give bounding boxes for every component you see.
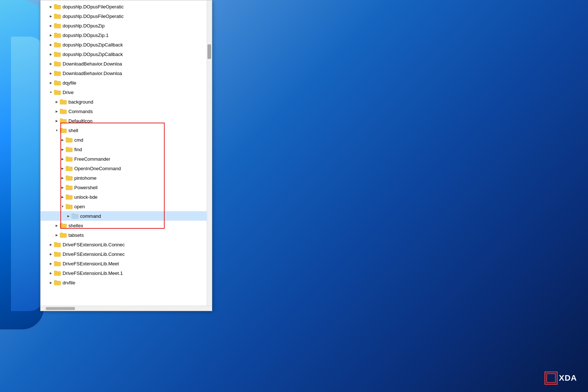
horizontal-scrollbar-thumb[interactable] [46, 307, 75, 310]
chevron-closed-icon[interactable] [60, 165, 65, 171]
tree-item-dopushlp5[interactable]: dopushlp.DOpusZipCallback [41, 40, 212, 49]
item-label: background [68, 99, 93, 105]
tree-item-dopushlp2[interactable]: dopushlp.DOpusFileOperatic [41, 11, 212, 21]
tree-item-dopushlp4[interactable]: dopushlp.DOpusZip.1 [41, 30, 212, 40]
tree-item-drivefsextmeet1[interactable]: DriveFSExtensionLib.Meet.1 [41, 268, 212, 278]
folder-icon [60, 118, 67, 124]
chevron-open-icon[interactable] [54, 127, 60, 133]
item-label: DriveFSExtensionLib.Connec [63, 251, 125, 257]
chevron-closed-icon[interactable] [60, 156, 65, 162]
item-label: tabsets [68, 232, 84, 238]
chevron-closed-icon[interactable] [60, 175, 65, 181]
tree-item-pintohome[interactable]: pintohome [41, 173, 212, 183]
tree-item-cmd[interactable]: cmd [41, 135, 212, 145]
tree-item-dopushlp6[interactable]: dopushlp.DOpusZipCallback [41, 49, 212, 59]
tree-item-commands[interactable]: Commands [41, 107, 212, 116]
chevron-closed-icon[interactable] [54, 223, 60, 228]
chevron-closed-icon[interactable] [54, 99, 60, 105]
tree-item-dqyfile[interactable]: dqyfile [41, 78, 212, 87]
folder-icon [54, 261, 61, 266]
chevron-closed-icon[interactable] [65, 213, 71, 219]
wallpaper-swirl-left2 [11, 37, 44, 311]
chevron-closed-icon[interactable] [60, 184, 65, 190]
folder-icon [65, 156, 73, 162]
folder-icon [54, 270, 61, 276]
tree-item-dopushlp3[interactable]: dopushlp.DOpusZip [41, 21, 212, 30]
xda-logo: XDA [544, 372, 577, 385]
chevron-closed-icon[interactable] [48, 51, 54, 57]
horizontal-scrollbar[interactable] [41, 306, 212, 311]
chevron-closed-icon[interactable] [54, 108, 60, 114]
chevron-closed-icon[interactable] [48, 13, 54, 19]
tree-panel[interactable]: dopushlp.DOpusFileOperatic dopushlp.DOpu… [41, 0, 212, 306]
tree-item-drivefsext2[interactable]: DriveFSExtensionLib.Connec [41, 249, 212, 259]
chevron-closed-icon[interactable] [48, 42, 54, 48]
svg-rect-1 [547, 374, 555, 382]
chevron-closed-icon[interactable] [60, 137, 65, 143]
tree-item-find[interactable]: find [41, 145, 212, 154]
folder-icon [54, 51, 61, 57]
tree-item-command[interactable]: command [41, 211, 212, 221]
chevron-closed-icon[interactable] [54, 232, 60, 238]
tree-item-download2[interactable]: DownloadBehavior.Downloa [41, 68, 212, 78]
chevron-closed-icon[interactable] [48, 4, 54, 10]
folder-icon [65, 175, 73, 181]
tree-item-drvfile[interactable]: drvfile [41, 278, 212, 287]
tree-item-defaulticon[interactable]: DefaultIcon [41, 116, 212, 126]
folder-icon [54, 4, 61, 10]
folder-icon [54, 280, 61, 285]
item-label: dopushlp.DOpusZipCallback [63, 42, 123, 48]
chevron-closed-icon[interactable] [48, 70, 54, 76]
tree-item-drivefsext1[interactable]: DriveFSExtensionLib.Connec [41, 240, 212, 249]
tree-item-unlockbde[interactable]: unlock-bde [41, 192, 212, 202]
chevron-closed-icon[interactable] [48, 261, 54, 266]
folder-icon [65, 184, 73, 190]
chevron-closed-icon[interactable] [48, 23, 54, 29]
item-label: DefaultIcon [68, 118, 93, 124]
vertical-scrollbar[interactable] [207, 0, 212, 306]
item-label: dopushlp.DOpusFileOperatic [63, 4, 124, 10]
tree-item-freecommander[interactable]: FreeCommander [41, 154, 212, 164]
chevron-open-icon[interactable] [48, 89, 54, 95]
chevron-closed-icon[interactable] [48, 251, 54, 257]
item-label: command [80, 213, 101, 219]
chevron-closed-icon[interactable] [54, 118, 60, 124]
item-label: shell [68, 128, 78, 133]
folder-icon [54, 242, 61, 247]
tree-item-background[interactable]: background [41, 97, 212, 107]
tree-item-open[interactable]: open [41, 202, 212, 211]
item-label: unlock-bde [74, 194, 98, 200]
tree-item-download1[interactable]: DownloadBehavior.Downloa [41, 59, 212, 68]
chevron-closed-icon[interactable] [60, 146, 65, 152]
item-label: DownloadBehavior.Downloa [63, 71, 122, 76]
item-label: DownloadBehavior.Downloa [63, 61, 122, 67]
tree-item-dopushlp1[interactable]: dopushlp.DOpusFileOperatic [41, 2, 212, 11]
xda-text: XDA [559, 373, 577, 383]
chevron-open-icon[interactable] [60, 204, 65, 209]
tree-item-drivefsextmeet[interactable]: DriveFSExtensionLib.Meet [41, 259, 212, 268]
item-label: DriveFSExtensionLib.Meet [63, 261, 119, 266]
chevron-closed-icon[interactable] [48, 242, 54, 247]
chevron-closed-icon[interactable] [48, 280, 54, 285]
tree-item-shellex[interactable]: shellex [41, 221, 212, 230]
registry-editor-window: dopushlp.DOpusFileOperatic dopushlp.DOpu… [40, 0, 212, 311]
folder-icon [54, 251, 61, 257]
chevron-closed-icon[interactable] [48, 61, 54, 67]
chevron-closed-icon[interactable] [60, 194, 65, 200]
tree-item-powershell[interactable]: Powershell [41, 183, 212, 192]
chevron-closed-icon[interactable] [48, 270, 54, 276]
folder-icon [65, 137, 73, 143]
item-label: dopushlp.DOpusZip [63, 23, 105, 29]
chevron-closed-icon[interactable] [48, 80, 54, 86]
tree-item-shell[interactable]: shell [41, 126, 212, 135]
tree-item-openinonecommand[interactable]: OpenInOneCommand [41, 164, 212, 173]
tree-item-tabsets[interactable]: tabsets [41, 230, 212, 240]
item-label: cmd [74, 137, 83, 143]
folder-icon [54, 80, 61, 86]
vertical-scrollbar-thumb[interactable] [207, 44, 211, 59]
item-label: pintohome [74, 175, 97, 181]
tree-item-drive[interactable]: Drive [41, 87, 212, 97]
folder-icon [60, 232, 67, 238]
chevron-closed-icon[interactable] [48, 32, 54, 38]
folder-icon [60, 99, 67, 105]
